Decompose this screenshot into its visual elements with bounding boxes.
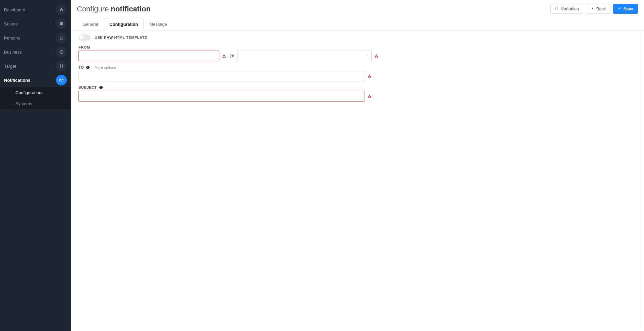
sidebar-item-label: Business: [4, 50, 22, 55]
sidebar-item-label: Persons: [4, 36, 20, 41]
raw-html-toggle[interactable]: [78, 35, 91, 41]
check-icon: [618, 6, 622, 11]
from-input[interactable]: [78, 51, 219, 61]
svg-rect-5: [62, 64, 63, 66]
sidebar-item-dashboard[interactable]: Dashboard: [0, 3, 71, 17]
at-symbol: @: [229, 53, 235, 59]
back-label: Back: [596, 6, 606, 11]
svg-rect-4: [60, 64, 61, 66]
sidebar-sub-systems[interactable]: Systems: [0, 98, 71, 109]
braces-icon: [555, 6, 559, 11]
caret-down-icon: [366, 55, 369, 57]
users-icon: [56, 32, 67, 43]
tab-message[interactable]: Message: [144, 18, 173, 30]
variables-button[interactable]: Variables: [550, 4, 583, 14]
save-label: Save: [624, 6, 634, 11]
svg-rect-10: [88, 66, 88, 67]
page-title-bold: notification: [111, 5, 151, 13]
to-label-row: TO More options: [78, 65, 636, 69]
sidebar: Dashboard Source Persons Business: [0, 0, 71, 331]
page-title-light: Configure: [77, 5, 109, 13]
sidebar-sub-notifications: Configurations Systems: [0, 87, 71, 109]
svg-rect-6: [60, 66, 61, 68]
chevron-left-icon: [50, 22, 53, 25]
main: Configure notification Variables Back: [71, 0, 644, 331]
tab-general[interactable]: General: [77, 18, 104, 30]
to-more-options[interactable]: More options: [95, 65, 116, 69]
svg-rect-13: [101, 86, 101, 87]
warning-icon: [374, 54, 378, 58]
globe-icon: [56, 47, 67, 57]
config-panel: USE RAW HTML TEMPLATE FROM @ TO: [75, 30, 640, 327]
domain-select[interactable]: [237, 51, 372, 61]
sidebar-item-target[interactable]: Target: [0, 59, 71, 73]
info-icon: [86, 65, 90, 69]
svg-rect-12: [101, 87, 101, 88]
sidebar-item-business[interactable]: Business: [0, 45, 71, 59]
warning-icon: [368, 74, 372, 78]
subject-input[interactable]: [78, 91, 365, 102]
to-label: TO: [78, 65, 84, 69]
variables-label: Variables: [561, 6, 579, 11]
chevron-left-icon: [50, 64, 53, 68]
chevron-left-icon: [50, 50, 53, 54]
sidebar-item-label: Dashboard: [4, 7, 25, 12]
page-title: Configure notification: [77, 5, 151, 13]
sidebar-item-label: Source: [4, 21, 18, 26]
save-button[interactable]: Save: [613, 4, 638, 14]
database-icon: [56, 18, 67, 29]
warning-icon: [222, 54, 226, 58]
topbar: Configure notification Variables Back: [71, 0, 644, 18]
to-input[interactable]: [78, 71, 365, 81]
raw-html-toggle-row: USE RAW HTML TEMPLATE: [78, 35, 636, 41]
sidebar-item-label: Target: [4, 64, 16, 69]
tab-configuration[interactable]: Configuration: [104, 18, 144, 30]
sidebar-item-persons[interactable]: Persons: [0, 31, 71, 45]
top-actions: Variables Back Save: [550, 4, 638, 14]
svg-rect-9: [88, 67, 88, 68]
subject-label: SUBJECT: [78, 85, 97, 89]
raw-html-toggle-label: USE RAW HTML TEMPLATE: [95, 36, 147, 40]
svg-point-1: [60, 37, 62, 38]
sidebar-item-label: Notifications: [4, 78, 31, 83]
chevron-down-icon: [50, 78, 53, 82]
back-button[interactable]: Back: [586, 4, 610, 14]
warning-icon: [368, 94, 372, 98]
from-label: FROM: [78, 45, 636, 49]
tabs: General Configuration Message: [71, 18, 644, 30]
svg-point-2: [62, 37, 63, 38]
sidebar-sub-configurations[interactable]: Configurations: [0, 87, 71, 98]
sidebar-item-source[interactable]: Source: [0, 17, 71, 31]
subject-label-row: SUBJECT: [78, 85, 636, 89]
info-icon: [99, 85, 103, 89]
sidebar-item-notifications[interactable]: Notifications: [0, 73, 71, 87]
mail-icon: [56, 75, 67, 85]
chevron-left-icon: [590, 6, 594, 11]
grid-icon: [56, 61, 67, 71]
svg-rect-7: [62, 66, 63, 68]
home-icon: [56, 4, 67, 15]
